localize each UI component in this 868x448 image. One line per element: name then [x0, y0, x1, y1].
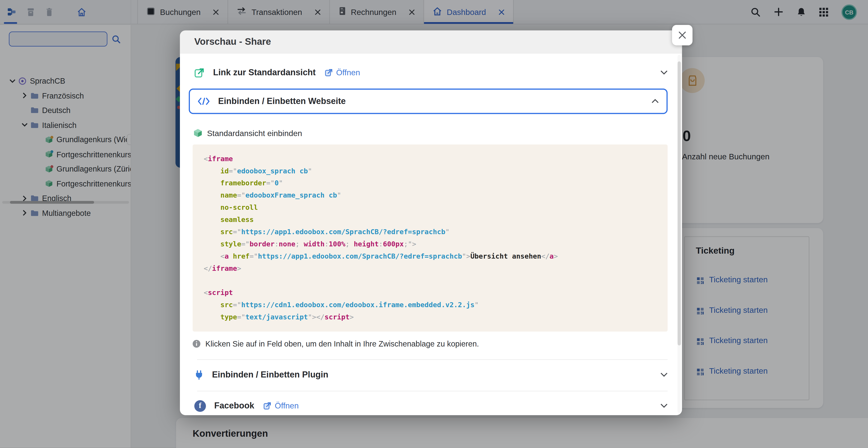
app-window: BuchungenTransaktionenRechnungenDashboar…	[0, 0, 868, 448]
screen: BuchungenTransaktionenRechnungenDashboar…	[0, 0, 868, 448]
link-row-label: Link zur Standardansicht	[213, 68, 315, 77]
modal-scrollbar[interactable]	[678, 55, 681, 413]
copy-hint-text: Klicken Sie auf in Feld oben, um den Inh…	[206, 339, 479, 348]
accordion-link-row[interactable]: Link zur Standardansicht Öffnen	[194, 61, 675, 84]
external-link-icon	[264, 402, 272, 410]
chevron-down-icon	[660, 373, 668, 377]
facebook-label: Facebook	[214, 401, 254, 411]
divider	[197, 391, 668, 391]
embed-web-label: Einbinden / Einbetten Webseite	[218, 96, 346, 106]
modal-body: Link zur Standardansicht Öffnen Einbinde…	[180, 54, 675, 415]
accordion-embed-web-row[interactable]: Einbinden / Einbetten Webseite	[189, 89, 668, 114]
external-link-green-icon	[194, 67, 205, 78]
close-button[interactable]	[672, 25, 692, 45]
chevron-up-icon	[651, 99, 659, 103]
close-icon	[678, 31, 686, 39]
embed-section-label: Standardansicht einbinden	[207, 129, 302, 137]
info-icon	[192, 339, 201, 348]
modal-header: Vorschau - Share	[180, 31, 682, 54]
facebook-icon: f	[194, 400, 206, 411]
code-icon	[197, 97, 210, 105]
embed-code-block[interactable]: <iframe id="edoobox_sprach cb" framebord…	[193, 145, 668, 331]
modal-title: Vorschau - Share	[194, 37, 271, 48]
divider	[197, 359, 668, 360]
accordion-facebook-row[interactable]: f Facebook Öffnen	[194, 394, 675, 417]
embed-plugin-label: Einbinden / Einbetten Plugin	[212, 370, 329, 380]
external-link-icon	[325, 69, 333, 76]
accordion-embed-plugin-row[interactable]: Einbinden / Einbetten Plugin	[194, 363, 675, 386]
plugin-icon	[194, 370, 204, 380]
open-standard-view-link[interactable]: Öffnen	[325, 68, 360, 77]
chevron-down-icon	[660, 70, 668, 75]
cube-icon	[193, 128, 203, 138]
copy-hint-row: Klicken Sie auf in Feld oben, um den Inh…	[192, 339, 675, 348]
embed-section-header: Standardansicht einbinden	[193, 128, 675, 138]
scrollbar-thumb[interactable]	[678, 62, 681, 345]
share-modal: Vorschau - Share Link zur Standardansich…	[180, 31, 682, 415]
open-facebook-link[interactable]: Öffnen	[264, 402, 299, 410]
chevron-down-icon	[660, 404, 668, 408]
